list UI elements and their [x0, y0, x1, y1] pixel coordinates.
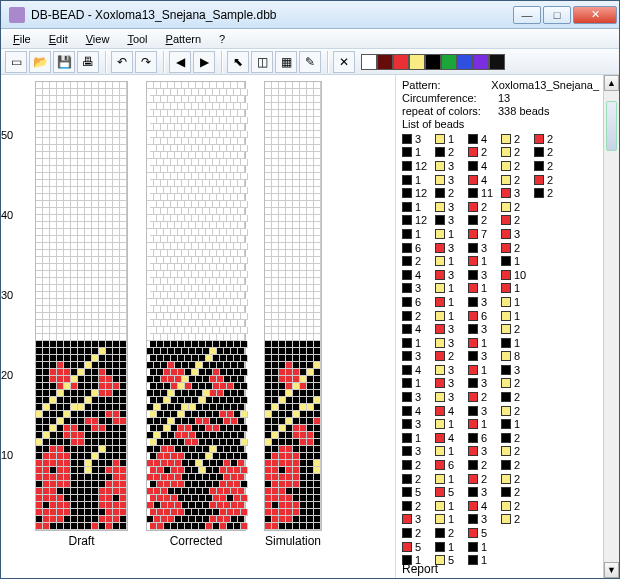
- scroll-up-button[interactable]: ▲: [604, 75, 619, 91]
- bead-count: 3: [415, 350, 429, 362]
- bead-count: 1: [448, 310, 462, 322]
- maximize-button[interactable]: □: [543, 6, 571, 24]
- menu-help[interactable]: ?: [211, 31, 233, 47]
- next-button[interactable]: ▶: [193, 51, 215, 73]
- bead-swatch: [468, 243, 478, 253]
- pattern-area: 5040302010 Draft Corrected Simulation: [1, 75, 395, 578]
- bead-swatch: [468, 392, 478, 402]
- bead-entry: 2: [501, 322, 528, 336]
- bead-swatch: [501, 256, 511, 266]
- col-corrected: Corrected: [146, 81, 246, 578]
- bead-swatch: [501, 175, 511, 185]
- scroll-down-button[interactable]: ▼: [604, 562, 619, 578]
- bead-entry: 3: [468, 350, 495, 364]
- toolbar: ▭ 📂 💾 🖶 ↶ ↷ ◀ ▶ ⬉ ◫ ▦ ✎ ✕: [1, 49, 619, 75]
- bead-entry: 12: [402, 159, 429, 173]
- bead-count: 3: [448, 337, 462, 349]
- bead-swatch: [402, 528, 412, 538]
- bead-entry: 3: [435, 390, 462, 404]
- bead-swatch: [501, 270, 511, 280]
- bead-swatch: [468, 419, 478, 429]
- bead-entry: 3: [468, 485, 495, 499]
- save-button[interactable]: 💾: [53, 51, 75, 73]
- bead-entry: 1: [435, 499, 462, 513]
- palette-swatch-4[interactable]: [425, 54, 441, 70]
- minimize-button[interactable]: —: [513, 6, 541, 24]
- open-button[interactable]: 📂: [29, 51, 51, 73]
- bead-entry: 2: [402, 309, 429, 323]
- bead-swatch: [468, 297, 478, 307]
- palette-swatch-6[interactable]: [457, 54, 473, 70]
- pointer-tool[interactable]: ⬉: [227, 51, 249, 73]
- bead-entry: 2: [435, 350, 462, 364]
- bead-column-2: 424411227313136313132316322343511: [468, 132, 495, 567]
- bead-count: 2: [547, 160, 561, 172]
- menu-pattern[interactable]: Pattern: [158, 31, 209, 47]
- vertical-scrollbar[interactable]: ▲ ▼: [603, 75, 619, 578]
- grid-corrected[interactable]: [147, 82, 245, 530]
- bead-entry: 2: [501, 146, 528, 160]
- bead-count: 4: [481, 500, 495, 512]
- close-button[interactable]: ✕: [573, 6, 617, 24]
- bead-entry: 1: [435, 540, 462, 554]
- print-button[interactable]: 🖶: [77, 51, 99, 73]
- bead-entry: 2: [468, 214, 495, 228]
- palette-swatch-7[interactable]: [473, 54, 489, 70]
- bead-entry: 1: [435, 417, 462, 431]
- bead-entry: 3: [435, 173, 462, 187]
- bead-swatch: [501, 324, 511, 334]
- bead-entry: 1: [435, 227, 462, 241]
- bead-count: 2: [514, 323, 528, 335]
- bead-swatch: [435, 419, 445, 429]
- fill-tool[interactable]: ▦: [275, 51, 297, 73]
- bead-count: 2: [448, 527, 462, 539]
- palette-swatch-0[interactable]: [361, 54, 377, 70]
- bead-swatch: [501, 446, 511, 456]
- bead-entry: 1: [402, 200, 429, 214]
- bead-swatch: [402, 474, 412, 484]
- bead-column-0: 31121121121624362413413431322523251: [402, 132, 429, 567]
- bead-column-3: 222232232110111218322212222222: [501, 132, 528, 567]
- bead-swatch: [468, 365, 478, 375]
- bead-swatch: [534, 147, 544, 157]
- prev-button[interactable]: ◀: [169, 51, 191, 73]
- scroll-thumb[interactable]: [606, 101, 617, 151]
- grid-simulation[interactable]: [265, 82, 321, 530]
- bead-count: 2: [481, 459, 495, 471]
- palette-swatch-2[interactable]: [393, 54, 409, 70]
- bead-count: 4: [481, 160, 495, 172]
- redo-button[interactable]: ↷: [135, 51, 157, 73]
- undo-button[interactable]: ↶: [111, 51, 133, 73]
- menu-view[interactable]: View: [78, 31, 118, 47]
- bead-swatch: [468, 188, 478, 198]
- clear-button[interactable]: ✕: [333, 51, 355, 73]
- select-tool[interactable]: ◫: [251, 51, 273, 73]
- bead-count: 1: [448, 418, 462, 430]
- bead-swatch: [435, 365, 445, 375]
- bead-count: 1: [448, 541, 462, 553]
- bead-swatch: [468, 351, 478, 361]
- bead-swatch: [435, 392, 445, 402]
- label-simulation: Simulation: [265, 534, 321, 548]
- palette-swatch-1[interactable]: [377, 54, 393, 70]
- palette-swatch-5[interactable]: [441, 54, 457, 70]
- bead-count: 4: [415, 323, 429, 335]
- menu-edit[interactable]: Edit: [41, 31, 76, 47]
- bead-swatch: [435, 433, 445, 443]
- palette-swatch-8[interactable]: [489, 54, 505, 70]
- menu-file[interactable]: File: [5, 31, 39, 47]
- bead-swatch: [402, 419, 412, 429]
- bead-entry: 1: [501, 417, 528, 431]
- palette-swatch-3[interactable]: [409, 54, 425, 70]
- bead-entry: 3: [402, 350, 429, 364]
- eyedropper-tool[interactable]: ✎: [299, 51, 321, 73]
- bead-entry: 1: [468, 363, 495, 377]
- bead-count: 2: [415, 473, 429, 485]
- bead-list: 3112112112162436241341343132252325112332…: [402, 132, 599, 567]
- menu-tool[interactable]: Tool: [119, 31, 155, 47]
- grid-draft[interactable]: [36, 82, 127, 530]
- new-button[interactable]: ▭: [5, 51, 27, 73]
- bead-swatch: [435, 351, 445, 361]
- bead-swatch: [402, 514, 412, 524]
- bead-swatch: [468, 283, 478, 293]
